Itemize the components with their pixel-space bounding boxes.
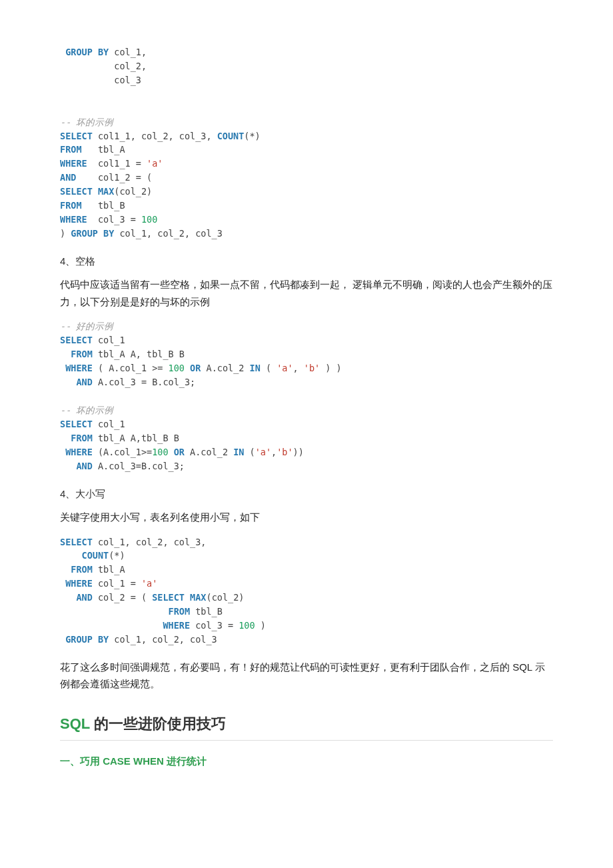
kw: IN	[250, 363, 261, 373]
kw: GROUP BY	[60, 47, 109, 57]
sp	[60, 433, 71, 443]
paragraph-summary: 花了这么多时间强调规范，有必要吗，有！好的规范让代码的可读性更好，更有利于团队合…	[60, 659, 553, 693]
sp	[60, 592, 76, 603]
kw: OR	[174, 447, 185, 457]
sp	[60, 461, 76, 471]
code-text: ,	[293, 363, 304, 373]
kw: SELECT	[60, 131, 93, 141]
kw: FROM	[169, 606, 191, 617]
code-text: tbl_A A, tbl_B B	[93, 349, 185, 359]
kw: WHERE	[65, 578, 93, 589]
kw: WHERE	[60, 158, 87, 169]
sp	[60, 377, 76, 387]
code-text: tbl_A	[82, 144, 125, 155]
sp	[60, 447, 65, 457]
sp	[169, 447, 174, 457]
code-text: (	[261, 363, 277, 373]
code-text: ( A.col_1 >=	[93, 363, 169, 373]
section-heading-advanced: SQL 的一些进阶使用技巧	[60, 711, 553, 741]
code-text: tbl_A A,tbl_B B	[93, 433, 179, 443]
heading-rest: 的一些进阶使用技巧	[94, 715, 226, 732]
kw: WHERE	[163, 620, 190, 631]
sp	[93, 186, 98, 197]
sp	[60, 550, 82, 561]
kw: FROM	[71, 433, 93, 443]
kw: SELECT	[60, 186, 93, 197]
code-text: ))	[293, 447, 304, 457]
kw: SELECT	[60, 537, 93, 547]
heading-accent: SQL	[60, 715, 94, 732]
comment: -- 坏的示例	[60, 117, 113, 127]
subsection-case-when: 一、巧用 CASE WHEN 进行统计	[60, 753, 553, 770]
kw: SELECT	[60, 419, 93, 429]
string: 'b'	[277, 447, 293, 457]
code-text: tbl_A	[93, 564, 125, 575]
code-text: tbl_B	[190, 606, 223, 617]
string: 'a'	[277, 363, 293, 373]
number: 100	[169, 363, 185, 373]
code-block-3: SELECT col_1, col_2, col_3, COUNT(*) FRO…	[60, 535, 553, 647]
kw: IN	[233, 447, 244, 457]
sp	[60, 349, 71, 359]
code-text: )	[60, 228, 71, 239]
sp	[60, 363, 65, 373]
code-text: (*)	[244, 131, 260, 141]
code-text: col_3 =	[87, 214, 141, 225]
kw: AND	[76, 592, 92, 603]
kw: WHERE	[60, 214, 87, 225]
code-text: col_1, col_2, col_3,	[93, 537, 207, 547]
sp	[60, 606, 169, 617]
sp	[185, 363, 190, 373]
string: 'a'	[255, 447, 271, 457]
code-text: (A.col_1>=	[93, 447, 152, 457]
code-text: col_1	[93, 419, 125, 429]
string: 'a'	[147, 158, 163, 169]
comment: -- 好的示例	[60, 321, 113, 331]
code-text: (col_2)	[114, 186, 152, 197]
code-text: A.col_3=B.col_3;	[93, 461, 185, 471]
kw: AND	[60, 172, 76, 183]
kw: MAX	[190, 592, 206, 603]
subheading-case: 4、大小写	[60, 485, 553, 503]
code-text: col_1, col_2, col_3	[109, 634, 217, 645]
kw: FROM	[71, 564, 93, 575]
string: 'b'	[304, 363, 320, 373]
kw: FROM	[60, 144, 82, 155]
sp	[185, 592, 190, 603]
kw: COUNT	[82, 550, 109, 561]
code-text: A.col_3 = B.col_3;	[93, 377, 195, 387]
kw: GROUP BY	[71, 228, 114, 239]
code-text: A.col_2	[185, 447, 233, 457]
code-text: )	[255, 620, 266, 631]
code-text: (*)	[109, 550, 125, 561]
code-text: col_1	[93, 335, 125, 345]
code-text: col1_1, col_2, col_3,	[93, 131, 217, 141]
code-text: (	[244, 447, 255, 457]
kw: COUNT	[217, 131, 245, 141]
code-block-2: -- 好的示例 SELECT col_1 FROM tbl_A A, tbl_B…	[60, 319, 553, 473]
code-text: col_3 =	[190, 620, 239, 631]
kw: FROM	[71, 349, 93, 359]
kw: AND	[76, 461, 92, 471]
kw: SELECT	[152, 592, 185, 603]
number: 100	[141, 214, 157, 225]
code-text: ) )	[320, 363, 342, 373]
code-text: ,	[271, 447, 277, 457]
paragraph-spaces: 代码中应该适当留有一些空格，如果一点不留，代码都凑到一起， 逻辑单元不明确，阅读…	[60, 276, 553, 310]
code-text: col_2 = (	[93, 592, 152, 603]
code-block-1: GROUP BY col_1, col_2, col_3 -- 坏的示例 SEL…	[60, 45, 553, 241]
sp	[60, 578, 65, 589]
sp	[60, 564, 71, 575]
sp	[60, 634, 65, 645]
code-text: col_1,	[109, 47, 147, 57]
comment: -- 坏的示例	[60, 405, 113, 415]
kw: WHERE	[65, 447, 93, 457]
code-text: col_1, col_2, col_3	[114, 228, 223, 239]
code-text: col_3	[60, 75, 141, 85]
sp	[60, 620, 163, 631]
kw: MAX	[98, 186, 114, 197]
code-text: col1_2 = (	[76, 172, 152, 183]
kw: WHERE	[65, 363, 93, 373]
code-text: col_2,	[60, 61, 147, 71]
code-text: col_1 =	[93, 578, 141, 589]
